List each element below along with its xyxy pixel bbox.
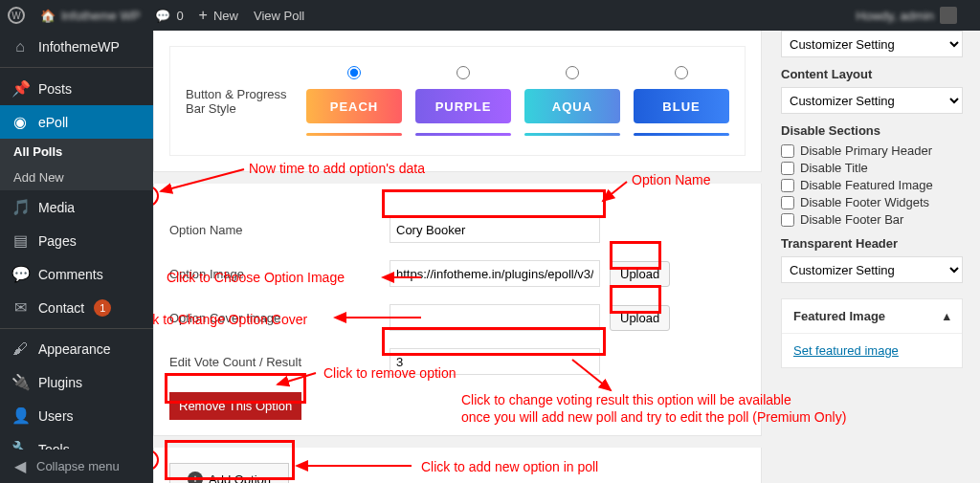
option-cover-label: Option Cover Image bbox=[169, 311, 390, 325]
contact-notif-badge: 1 bbox=[94, 299, 111, 317]
chk-footer-bar[interactable] bbox=[781, 213, 794, 227]
upload-image-button[interactable]: Upload bbox=[610, 261, 670, 287]
comments-bubble[interactable]: 💬0 bbox=[155, 9, 183, 23]
option-name-input[interactable] bbox=[390, 216, 600, 243]
sidebar-item-epoll[interactable]: ◉ePoll bbox=[0, 105, 153, 139]
style-option-blue[interactable]: BLUE bbox=[634, 66, 729, 136]
media-icon: 🎵 bbox=[11, 198, 29, 216]
option-name-label: Option Name bbox=[169, 223, 390, 237]
adminbar: W 🏠Infotheme WP 💬0 +New View Poll Howdy,… bbox=[0, 0, 980, 31]
sidebar-sub-add-new[interactable]: Add New bbox=[0, 165, 153, 190]
radio-aqua[interactable] bbox=[566, 66, 579, 79]
brush-icon: 🖌 bbox=[11, 340, 29, 358]
option-cover-input[interactable] bbox=[390, 304, 600, 331]
sidebar-item-appearance[interactable]: 🖌Appearance bbox=[0, 333, 153, 365]
customizer-select-1[interactable]: Customizer Setting bbox=[781, 31, 963, 57]
featured-image-header[interactable]: Featured Image▴ bbox=[782, 299, 962, 334]
pin-icon: 📌 bbox=[11, 79, 29, 98]
plug-icon: 🔌 bbox=[11, 373, 29, 391]
site-name[interactable]: 🏠Infotheme WP bbox=[40, 9, 140, 23]
comments-icon: 💬 bbox=[11, 265, 29, 283]
chk-footer-widgets[interactable] bbox=[781, 196, 794, 209]
sidebar-item-media[interactable]: 🎵Media bbox=[0, 190, 153, 224]
featured-image-box: Featured Image▴ Set featured image bbox=[781, 298, 963, 368]
style-option-purple[interactable]: PURPLE bbox=[415, 66, 511, 136]
view-poll[interactable]: View Poll bbox=[254, 9, 304, 23]
home-icon: ⌂ bbox=[11, 38, 29, 55]
chk-title[interactable] bbox=[781, 162, 794, 175]
chk-primary-header[interactable] bbox=[781, 144, 794, 158]
collapse-menu[interactable]: ◀Collapse menu bbox=[0, 450, 153, 483]
style-option-peach[interactable]: PEACH bbox=[306, 66, 402, 136]
transparent-header-select[interactable]: Customizer Setting bbox=[781, 256, 963, 283]
option-image-input[interactable] bbox=[390, 260, 600, 287]
set-featured-image-link[interactable]: Set featured image bbox=[793, 343, 899, 358]
option-image-label: Option Image bbox=[169, 267, 390, 281]
my-account[interactable]: Howdy, admin bbox=[857, 7, 957, 24]
settings-sidebar: Customizer Setting Content Layout Custom… bbox=[781, 31, 980, 483]
poll-icon: ◉ bbox=[11, 113, 29, 131]
sidebar-item-users[interactable]: 👤Users bbox=[0, 399, 153, 432]
transparent-header-label: Transparent Header bbox=[781, 236, 963, 251]
sidebar-item-dashboard[interactable]: ⌂InfothemeWP bbox=[0, 31, 153, 63]
radio-blue[interactable] bbox=[675, 66, 688, 79]
remove-option-button[interactable]: Remove This Option bbox=[169, 392, 301, 420]
main: Button & Progress Bar Style PEACH PURPLE… bbox=[153, 31, 980, 483]
option-panel: Option Name Option Image Upload Option C… bbox=[153, 184, 762, 436]
content-layout-select[interactable]: Customizer Setting bbox=[781, 87, 963, 114]
user-icon: 👤 bbox=[11, 406, 29, 425]
add-option-panel: +Add Option bbox=[153, 448, 762, 483]
sidebar-submenu-epoll: All Polls Add New bbox=[0, 139, 153, 190]
upload-cover-button[interactable]: Upload bbox=[610, 305, 670, 331]
wp-logo[interactable]: W bbox=[8, 7, 25, 24]
collapse-icon: ◀ bbox=[11, 457, 29, 475]
sidebar-item-comments[interactable]: 💬Comments bbox=[0, 257, 153, 291]
mail-icon: ✉ bbox=[11, 298, 29, 317]
chk-featured-image[interactable] bbox=[781, 179, 794, 192]
style-label: Button & Progress Bar Style bbox=[186, 87, 291, 116]
disable-sections-label: Disable Sections bbox=[781, 123, 963, 138]
style-option-aqua[interactable]: AQUA bbox=[524, 66, 620, 136]
toggle-icon: ▴ bbox=[944, 309, 950, 323]
sidebar-item-pages[interactable]: ▤Pages bbox=[0, 224, 153, 257]
add-option-button[interactable]: +Add Option bbox=[169, 463, 289, 483]
sidebar-item-posts[interactable]: 📌Posts bbox=[0, 72, 153, 105]
vote-count-input[interactable] bbox=[390, 348, 600, 375]
radio-purple[interactable] bbox=[457, 66, 470, 79]
style-panel: Button & Progress Bar Style PEACH PURPLE… bbox=[153, 31, 762, 172]
vote-count-label: Edit Vote Count / Result bbox=[169, 355, 390, 369]
sidebar-item-plugins[interactable]: 🔌Plugins bbox=[0, 365, 153, 399]
admin-sidebar: ⌂InfothemeWP 📌Posts ◉ePoll All Polls Add… bbox=[0, 31, 153, 483]
avatar bbox=[940, 7, 957, 24]
radio-peach[interactable] bbox=[347, 66, 361, 79]
content-layout-label: Content Layout bbox=[781, 67, 963, 81]
sidebar-sub-all-polls[interactable]: All Polls bbox=[0, 139, 153, 165]
page-icon: ▤ bbox=[11, 231, 29, 250]
plus-icon: + bbox=[188, 472, 203, 483]
new-content[interactable]: +New bbox=[199, 7, 238, 24]
sidebar-item-contact[interactable]: ✉Contact1 bbox=[0, 291, 153, 324]
